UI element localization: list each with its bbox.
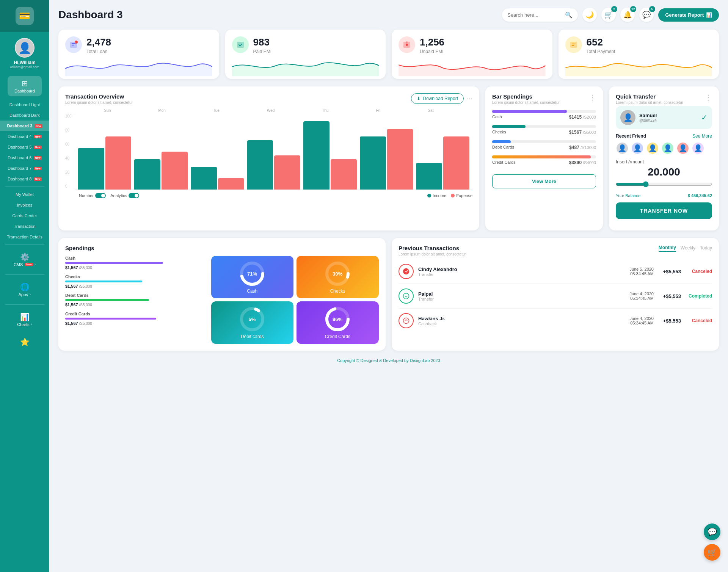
sidebar-item-dashboard7[interactable]: Dashboard 7 New — [0, 163, 49, 174]
spending-credit-amount: $3890 /S4000 — [569, 160, 596, 165]
total-loan-label: Total Loan — [86, 49, 111, 54]
chat-btn[interactable]: 💬 5 — [639, 8, 654, 22]
transfer-now-button[interactable]: TRANSFER NOW — [616, 202, 712, 219]
tx-name-2: Paipal — [418, 291, 615, 297]
svg-rect-2 — [72, 45, 74, 45]
tx-tab-monthly[interactable]: Monthly — [659, 245, 676, 252]
donut-cards-section: 71% Cash 30% Checks — [211, 256, 379, 344]
sidebar-item-dashboard3[interactable]: Dashboard 3 New — [0, 121, 49, 131]
donut-card-checks[interactable]: 30% Checks — [297, 256, 379, 298]
sidebar-item-transaction[interactable]: Transaction — [0, 221, 49, 232]
toggle-analytics[interactable] — [129, 193, 139, 198]
see-more-link[interactable]: See More — [692, 133, 712, 139]
sidebar-item-dashboard-dark[interactable]: Dashboard Dark — [0, 110, 49, 121]
unpaid-emi-value: 1,256 — [420, 36, 444, 48]
bar-chart-icon: 📊 — [706, 12, 712, 18]
sidebar-item-dashboard4[interactable]: Dashboard 4 New — [0, 131, 49, 142]
legend-expense-label: Expense — [456, 193, 472, 198]
friend-6[interactable]: 👤 — [692, 142, 704, 155]
sidebar-item-dashboard6[interactable]: Dashboard 6 New — [0, 152, 49, 163]
donut-card-cash[interactable]: 71% Cash — [211, 256, 293, 298]
svg-text:96%: 96% — [333, 317, 342, 322]
sidebar-cms-btn[interactable]: ⚙️ CMS New › — [0, 250, 49, 269]
tx-tab-weekly[interactable]: Weekly — [681, 245, 695, 251]
y-label-20: 20 — [65, 170, 72, 174]
sidebar-item-invoices[interactable]: Invoices — [0, 200, 49, 210]
bar-fri-coral — [387, 129, 413, 190]
sidebar: 💳 👤 Hi,William william@gmail.com ⊞ Dashb… — [0, 0, 49, 572]
badge-new-4: New — [34, 135, 41, 138]
svg-rect-10 — [572, 44, 576, 44]
sidebar-apps-btn[interactable]: 🌐 Apps › — [0, 280, 49, 299]
sidebar-item-dashboard8[interactable]: Dashboard 8 New — [0, 174, 49, 184]
search-input[interactable] — [507, 12, 562, 18]
bar-tue-coral — [218, 178, 244, 190]
chart-day-mon: Mon — [158, 108, 165, 113]
friend-3[interactable]: 👤 — [646, 142, 659, 155]
bar-spendings-card: Bar Spendings Lorem ipsum dolor sit amet… — [485, 86, 603, 230]
spendings-credit-amounts: $1,567 /S5,000 — [65, 321, 205, 326]
cart-btn[interactable]: 🛒 2 — [601, 8, 616, 22]
tx-status-3: Canceled — [686, 318, 712, 323]
download-report-button[interactable]: ⬇ Download Report — [411, 93, 464, 104]
spendings-cash-label: Cash — [65, 256, 205, 260]
bar-group-wed — [247, 140, 301, 190]
spendings-bar-checks: Checks $1,567 /S5,000 — [65, 274, 205, 288]
tx-status-2: Completed — [686, 293, 712, 299]
sidebar-item-mywallet[interactable]: My Wallet — [0, 189, 49, 200]
balance-value: $ 456,345.62 — [688, 193, 712, 198]
bar-sun-teal — [78, 148, 104, 190]
sidebar-item-cards-center[interactable]: Cards Center — [0, 210, 49, 221]
legend-number: Number — [79, 193, 106, 198]
spending-row-cash: Cash $1415 /S2000 — [492, 110, 596, 120]
search-box[interactable]: 🔍 — [502, 8, 578, 22]
total-loan-value: 2,478 — [86, 36, 111, 48]
bar-group-sat — [416, 136, 469, 190]
tx-tab-today[interactable]: Today — [700, 245, 712, 251]
sidebar-item-dashboard5[interactable]: Dashboard 5 New — [0, 142, 49, 152]
tx-status-1: Canceled — [686, 269, 712, 274]
tx-tabs: Monthly Weekly Today — [659, 245, 712, 252]
sidebar-star-btn[interactable]: ⭐ — [0, 335, 49, 349]
donut-card-credit[interactable]: 96% Credit Cards — [297, 301, 379, 344]
bar-wed-coral — [274, 155, 300, 190]
tx-amount-2: +$5,553 — [658, 293, 681, 299]
legend-income-label: Income — [433, 193, 446, 198]
sidebar-username: Hi,William — [14, 60, 35, 65]
charts-chevron: › — [31, 322, 32, 326]
amount-slider[interactable] — [616, 181, 712, 187]
friend-2[interactable]: 👤 — [631, 142, 644, 155]
quick-transfer-more-btn[interactable]: ⋮ — [705, 93, 712, 102]
generate-report-button[interactable]: Generate Report 📊 — [658, 8, 719, 22]
paid-emi-icon — [232, 36, 249, 53]
spending-debit-label: Debit Cards — [492, 145, 514, 150]
y-label-40: 40 — [65, 156, 72, 160]
spendings-checks-amounts: $1,567 /S5,000 — [65, 284, 205, 288]
friend-1[interactable]: 👤 — [616, 142, 629, 155]
donut-card-debit[interactable]: 5% Debit cards — [211, 301, 293, 344]
bar-spendings-more-btn[interactable]: ⋮ — [589, 93, 596, 102]
sidebar-divider2 — [5, 244, 44, 245]
sidebar-item-dashboard-light[interactable]: Dashboard Light — [0, 99, 49, 110]
fab-support[interactable]: 💬 — [704, 523, 720, 540]
badge-new-6: New — [34, 156, 41, 160]
total-payment-icon — [565, 36, 582, 53]
spendings-checks-label: Checks — [65, 274, 205, 279]
tx-overview-more-btn[interactable]: ··· — [467, 95, 472, 103]
sidebar-item-transaction-details[interactable]: Transaction Details — [0, 232, 49, 242]
toggle-number[interactable] — [95, 193, 106, 198]
bell-btn[interactable]: 🔔 12 — [620, 8, 635, 22]
spendings-cash-amounts: $1,567 /S5,000 — [65, 265, 205, 270]
friend-4[interactable]: 👤 — [661, 142, 674, 155]
dashboard-nav-btn[interactable]: ⊞ Dashboard — [8, 76, 42, 96]
spendings-credit-fill — [65, 318, 156, 320]
friend-5[interactable]: 👤 — [676, 142, 689, 155]
dashboard-btn-label: Dashboard — [14, 89, 35, 93]
y-label-0: 0 — [65, 184, 72, 188]
sidebar-charts-btn[interactable]: 📊 Charts › — [0, 310, 49, 329]
bar-sat-coral — [443, 136, 469, 190]
fab-cart[interactable]: 🛒 — [704, 544, 720, 561]
view-more-button[interactable]: View More — [492, 174, 596, 188]
moon-btn[interactable]: 🌙 — [582, 8, 597, 22]
sidebar-logo-icon: 💳 — [16, 7, 34, 25]
